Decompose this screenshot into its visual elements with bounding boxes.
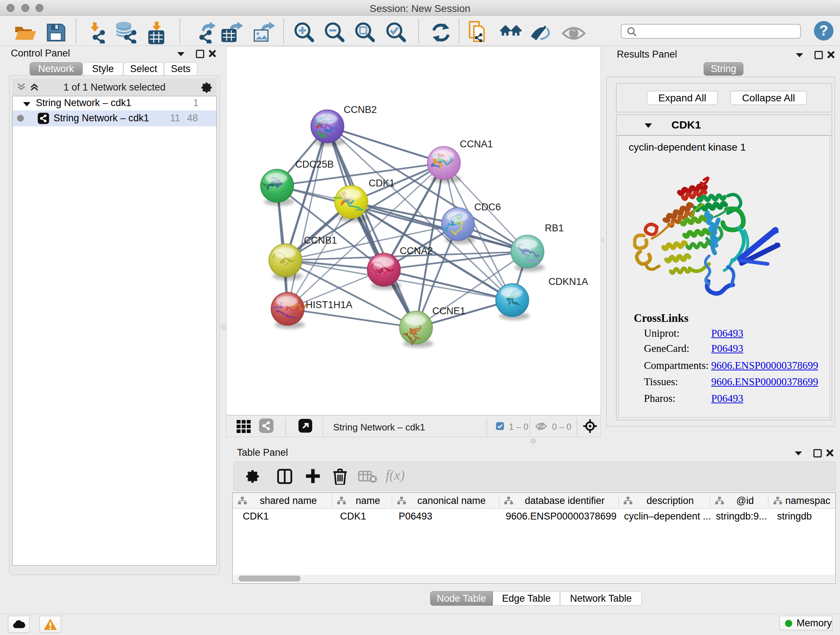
svg-text:?: ? <box>819 22 828 38</box>
svg-text:CCNB2: CCNB2 <box>344 104 377 115</box>
svg-text:CDC6: CDC6 <box>474 202 501 212</box>
svg-text:CDKN1A: CDKN1A <box>548 276 588 287</box>
svg-text:HIST1H1A: HIST1H1A <box>306 299 352 310</box>
svg-text:RB1: RB1 <box>545 223 564 233</box>
svg-text:CDC25B: CDC25B <box>295 159 334 170</box>
svg-text:CCNA1: CCNA1 <box>460 139 493 149</box>
svg-text:CCNA2: CCNA2 <box>400 245 433 256</box>
svg-text:CCNE1: CCNE1 <box>432 306 466 317</box>
svg-text:CCNB1: CCNB1 <box>304 235 337 246</box>
svg-text:CDK1: CDK1 <box>369 178 395 188</box>
